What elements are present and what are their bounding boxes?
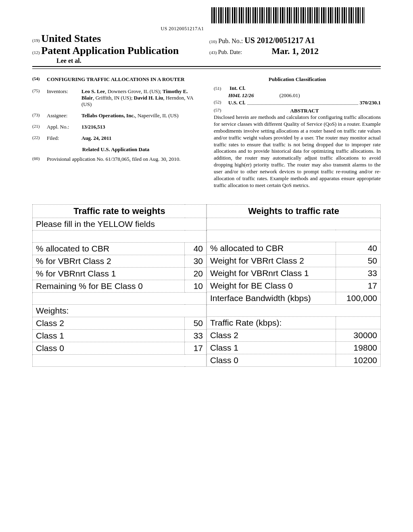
assignee-tag: (73) (32, 112, 47, 119)
inventors-value: Leo S. Lee, Downers Grove, IL (US); Timo… (81, 88, 199, 108)
table-row-value: 33 (336, 267, 380, 279)
inventors-tag: (75) (32, 88, 47, 108)
table-row-label: Class 2 (33, 317, 185, 329)
table-row-label: % allocated to CBR (207, 242, 336, 254)
table-row-value: 30 (185, 255, 206, 267)
divider (32, 69, 381, 69)
abstract-header: ABSTRACT (228, 108, 381, 114)
table-row-label: Weight for BE Class 0 (207, 279, 336, 292)
figure-tables: Traffic rate to weights Please fill in t… (32, 204, 381, 367)
table-row-value: 10 (185, 280, 206, 292)
intcl-label: Int. Cl. (229, 85, 245, 91)
uscl-value: 370/230.1 (360, 100, 381, 106)
left-table-header: Traffic rate to weights (33, 204, 206, 218)
abstract-tag: (57) (214, 108, 228, 114)
pub-date-label: Pub. Date: (218, 49, 242, 55)
applno-label: Appl. No.: (47, 124, 81, 130)
uscl-tag: (52) (214, 100, 228, 106)
table-row-value: 50 (185, 317, 206, 329)
table-row-value: 50 (336, 254, 380, 267)
assignee-label: Assignee: (47, 112, 81, 119)
table-row-value: 19800 (336, 341, 380, 354)
table-row-value: 100,000 (336, 292, 380, 304)
uscl-label: U.S. Cl. (228, 100, 246, 106)
left-table-instruction: Please fill in the YELLOW fields (33, 218, 206, 230)
prov-text: Provisional application No. 61/378,065, … (47, 156, 199, 162)
doc-header: (19) United States (12) Patent Applicati… (32, 33, 381, 67)
filed-tag: (22) (32, 135, 47, 141)
prov-tag: (60) (32, 156, 47, 162)
table-row-label: % for VBRnrt Class 1 (33, 267, 185, 280)
table-row-label: Class 0 (207, 354, 336, 366)
country-tag: (19) (32, 38, 40, 43)
invention-title: CONFIGURING TRAFFIC ALLOCATIONS IN A ROU… (47, 76, 199, 83)
applno-value: 13/216,513 (81, 124, 199, 130)
table-row-label: Weight for VBRnrt Class 1 (207, 267, 336, 279)
table-row-value: 20 (185, 267, 206, 280)
dots-leader (247, 100, 358, 105)
right-column: Publication Classification (51) Int. Cl.… (206, 76, 381, 189)
intcl-code: H04L 12/26 (228, 92, 254, 98)
table-row-label: Interface Bandwidth (kbps) (207, 292, 336, 304)
rate-header: Traffic Rate (kbps): (207, 316, 336, 329)
pub-no-label: Pub. No.: (218, 37, 243, 44)
barcode-block: US 20120051217A1 (0, 0, 413, 33)
pub-date-tag: (43) (209, 50, 217, 55)
pub-no-tag: (10) (209, 39, 217, 44)
assignee-value: Tellabs Operations, Inc., Naperville, IL… (81, 112, 199, 119)
pub-type-tag: (12) (32, 50, 40, 55)
abstract-body: Disclosed herein are methods and calcula… (214, 114, 381, 189)
table-row-value: 17 (185, 342, 206, 354)
pub-class-header: Publication Classification (214, 76, 381, 83)
table-row-value: 40 (185, 242, 206, 255)
table-row-label: % allocated to CBR (33, 242, 185, 255)
barcode-icon (211, 7, 365, 23)
right-table: Weights to traffic rate % allocated to C… (206, 204, 381, 367)
country: United States (41, 33, 101, 44)
right-table-header: Weights to traffic rate (207, 204, 381, 218)
pub-date-value: Mar. 1, 2012 (271, 46, 319, 56)
table-row-value: 30000 (336, 329, 380, 341)
weights-header: Weights: (33, 304, 206, 317)
table-row-label: Weight for VBRrt Class 2 (207, 254, 336, 267)
intcl-tag: (51) (214, 86, 228, 91)
left-column: (54) CONFIGURING TRAFFIC ALLOCATIONS IN … (32, 76, 206, 189)
table-row-label: Class 1 (33, 329, 185, 342)
table-row-label: Class 2 (207, 329, 336, 341)
intcl-date: (2006.01) (280, 92, 300, 98)
related-header: Related U.S. Application Data (32, 146, 199, 153)
barcode-number: US 20120051217A1 (0, 26, 365, 32)
pub-type: Patent Application Publication (41, 45, 179, 56)
table-row-label: % for VBRrt Class 2 (33, 255, 185, 267)
title-tag: (54) (32, 76, 47, 83)
applno-tag: (21) (32, 124, 47, 130)
pub-no-value: US 2012/0051217 A1 (244, 36, 315, 45)
inventors-label: Inventors: (47, 88, 81, 108)
table-row-label: Class 1 (207, 341, 336, 354)
table-row-value: 33 (185, 329, 206, 342)
left-table: Traffic rate to weights Please fill in t… (32, 204, 206, 367)
table-row-label: Remaining % for BE Class 0 (33, 280, 185, 292)
table-row-label: Class 0 (33, 342, 185, 354)
filed-value: Aug. 24, 2011 (81, 135, 199, 141)
table-row-value: 17 (336, 279, 380, 292)
table-row-value: 10200 (336, 354, 380, 366)
authors: Lee et al. (32, 57, 204, 64)
table-row-value: 40 (336, 242, 380, 254)
filed-label: Filed: (47, 135, 81, 141)
